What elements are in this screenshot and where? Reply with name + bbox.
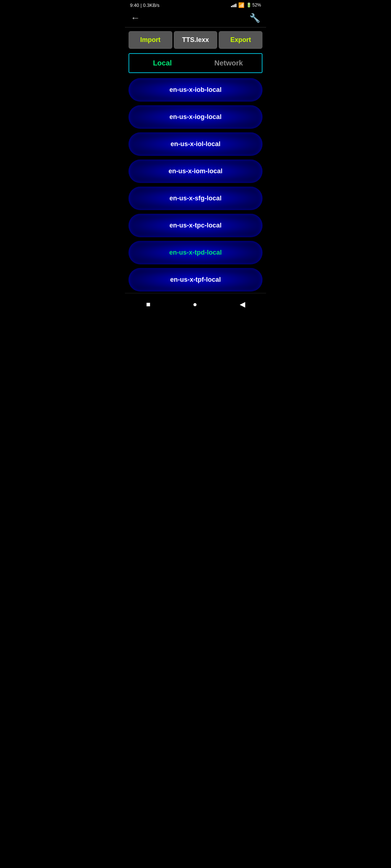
toolbar: Import TTS.lexx Export bbox=[125, 27, 266, 52]
import-button[interactable]: Import bbox=[129, 31, 172, 49]
bottom-nav: ■ ● ◀ bbox=[125, 293, 266, 316]
voice-item[interactable]: en-us-x-tpc-local bbox=[129, 214, 262, 237]
back-nav-button[interactable]: ◀ bbox=[232, 298, 252, 311]
voice-item[interactable]: en-us-x-iob-local bbox=[129, 78, 262, 102]
voice-item[interactable]: en-us-x-iom-local bbox=[129, 159, 262, 183]
back-button[interactable]: ← bbox=[131, 12, 140, 24]
home-button[interactable]: ● bbox=[186, 298, 205, 311]
voice-list: en-us-x-iob-localen-us-x-iog-localen-us-… bbox=[125, 77, 266, 293]
voice-item[interactable]: en-us-x-iog-local bbox=[129, 105, 262, 129]
wifi-icon: 📶 bbox=[238, 2, 244, 8]
tab-network[interactable]: Network bbox=[196, 54, 262, 72]
battery-icon: 🔋52% bbox=[246, 3, 261, 8]
voice-item[interactable]: en-us-x-sfg-local bbox=[129, 187, 262, 210]
status-time-speed: 9:40 | 0.3KB/s bbox=[130, 3, 159, 8]
voice-item[interactable]: en-us-x-tpd-local bbox=[129, 241, 262, 264]
filename-button[interactable]: TTS.lexx bbox=[174, 31, 218, 49]
wrench-icon[interactable]: 🔧 bbox=[249, 13, 260, 23]
voice-item[interactable]: en-us-x-tpf-local bbox=[129, 268, 262, 292]
tab-local[interactable]: Local bbox=[129, 53, 196, 73]
tab-bar: Local Network bbox=[129, 53, 262, 73]
status-icons: 📶 🔋52% bbox=[231, 2, 261, 8]
stop-button[interactable]: ■ bbox=[139, 298, 157, 311]
export-button[interactable]: Export bbox=[219, 31, 262, 49]
top-nav: ← 🔧 bbox=[125, 9, 266, 27]
voice-item[interactable]: en-us-x-iol-local bbox=[129, 132, 262, 156]
signal-icon bbox=[231, 3, 236, 7]
status-bar: 9:40 | 0.3KB/s 📶 🔋52% bbox=[125, 0, 266, 9]
